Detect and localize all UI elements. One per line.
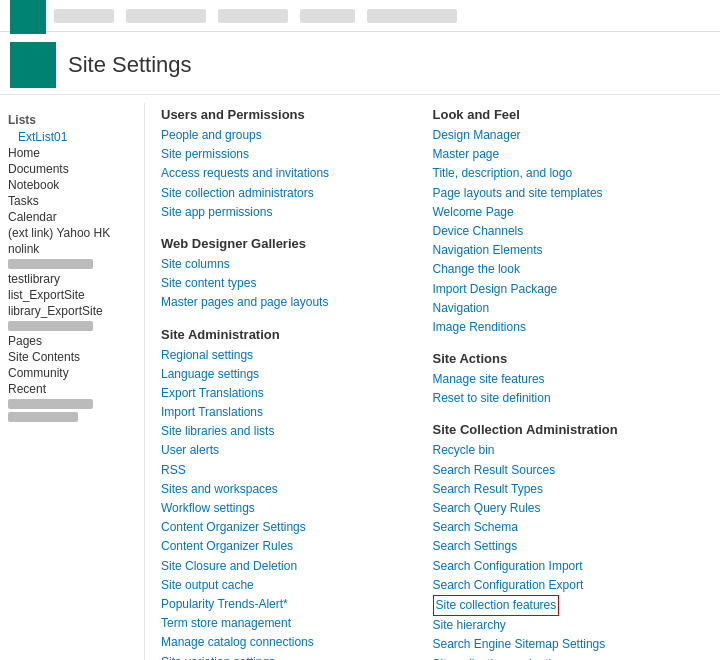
sidebar-item-sitecontents[interactable]: Site Contents [8, 349, 136, 365]
link-device-channels[interactable]: Device Channels [433, 222, 689, 241]
link-navigation-elements[interactable]: Navigation Elements [433, 241, 689, 260]
sidebar-item-home[interactable]: Home [8, 145, 136, 161]
section-title-siteadmin: Site Administration [161, 327, 417, 342]
sidebar-item-libraryexport[interactable]: library_ExportSite [8, 303, 136, 319]
link-site-content-types[interactable]: Site content types [161, 274, 417, 293]
link-people-groups[interactable]: People and groups [161, 126, 417, 145]
link-recycle-bin[interactable]: Recycle bin [433, 441, 689, 460]
sidebar-item-testlibrary[interactable]: testlibrary [8, 271, 136, 287]
link-search-config-import[interactable]: Search Configuration Import [433, 557, 689, 576]
link-workflow-settings[interactable]: Workflow settings [161, 499, 417, 518]
link-change-look[interactable]: Change the look [433, 260, 689, 279]
link-sites-workspaces[interactable]: Sites and workspaces [161, 480, 417, 499]
link-navigation[interactable]: Navigation [433, 299, 689, 318]
top-nav [0, 0, 720, 32]
link-page-layouts[interactable]: Page layouts and site templates [433, 184, 689, 203]
link-language-settings[interactable]: Language settings [161, 365, 417, 384]
link-manage-site-features[interactable]: Manage site features [433, 370, 689, 389]
section-look-feel: Look and Feel Design Manager Master page… [433, 107, 689, 337]
main-layout: Lists ExtList01 Home Documents Notebook … [0, 95, 720, 660]
top-nav-logo [10, 0, 46, 34]
sidebar-item-community[interactable]: Community [8, 365, 136, 381]
link-site-permissions[interactable]: Site permissions [161, 145, 417, 164]
sidebar-item-tasks[interactable]: Tasks [8, 193, 136, 209]
link-site-libraries[interactable]: Site libraries and lists [161, 422, 417, 441]
link-site-app-permissions[interactable]: Site app permissions [161, 203, 417, 222]
link-search-engine-sitemap[interactable]: Search Engine Sitemap Settings [433, 635, 689, 654]
link-import-design[interactable]: Import Design Package [433, 280, 689, 299]
sidebar: Lists ExtList01 Home Documents Notebook … [0, 103, 145, 660]
link-site-collection-navigation[interactable]: Site collection navigation [433, 655, 689, 661]
link-image-renditions[interactable]: Image Renditions [433, 318, 689, 337]
sidebar-section-lists: Lists [8, 113, 136, 127]
link-content-organizer-settings[interactable]: Content Organizer Settings [161, 518, 417, 537]
content-area: Users and Permissions People and groups … [145, 103, 720, 660]
link-popularity-trends[interactable]: Popularity Trends-Alert* [161, 595, 417, 614]
section-site-actions: Site Actions Manage site features Reset … [433, 351, 689, 408]
link-search-result-sources[interactable]: Search Result Sources [433, 461, 689, 480]
link-regional-settings[interactable]: Regional settings [161, 346, 417, 365]
top-nav-item-2[interactable] [126, 9, 206, 23]
sidebar-item-documents[interactable]: Documents [8, 161, 136, 177]
link-search-settings[interactable]: Search Settings [433, 537, 689, 556]
link-site-collection-admins[interactable]: Site collection administrators [161, 184, 417, 203]
link-site-variation[interactable]: Site variation settings [161, 653, 417, 661]
link-access-requests[interactable]: Access requests and invitations [161, 164, 417, 183]
link-search-query-rules[interactable]: Search Query Rules [433, 499, 689, 518]
link-export-translations[interactable]: Export Translations [161, 384, 417, 403]
sidebar-item-blurred4 [8, 412, 136, 422]
page-header: Site Settings [0, 32, 720, 95]
link-search-result-types[interactable]: Search Result Types [433, 480, 689, 499]
sidebar-item-recent[interactable]: Recent [8, 381, 136, 397]
sidebar-item-blurred1 [8, 259, 136, 269]
page-title: Site Settings [68, 52, 192, 78]
section-title-sitecollectionadmin: Site Collection Administration [433, 422, 689, 437]
link-reset-site-definition[interactable]: Reset to site definition [433, 389, 689, 408]
content-right-col: Look and Feel Design Manager Master page… [433, 107, 705, 660]
link-rss[interactable]: RSS [161, 461, 417, 480]
sidebar-item-blurred2 [8, 321, 136, 331]
top-nav-item-5[interactable] [367, 9, 457, 23]
sidebar-item-nolink[interactable]: nolink [8, 241, 136, 257]
link-design-manager[interactable]: Design Manager [433, 126, 689, 145]
section-site-collection-admin: Site Collection Administration Recycle b… [433, 422, 689, 660]
link-content-organizer-rules[interactable]: Content Organizer Rules [161, 537, 417, 556]
sidebar-item-yahoo[interactable]: (ext link) Yahoo HK [8, 225, 136, 241]
sidebar-item-notebook[interactable]: Notebook [8, 177, 136, 193]
link-search-schema[interactable]: Search Schema [433, 518, 689, 537]
sidebar-item-listexport[interactable]: list_ExportSite [8, 287, 136, 303]
top-nav-item-1[interactable] [54, 9, 114, 23]
content-left-col: Users and Permissions People and groups … [161, 107, 433, 660]
highlighted-link-container: Site collection features [433, 595, 689, 616]
link-search-config-export[interactable]: Search Configuration Export [433, 576, 689, 595]
link-master-pages[interactable]: Master pages and page layouts [161, 293, 417, 312]
page-logo [10, 42, 56, 88]
section-users-permissions: Users and Permissions People and groups … [161, 107, 417, 222]
link-site-output-cache[interactable]: Site output cache [161, 576, 417, 595]
section-web-designer: Web Designer Galleries Site columns Site… [161, 236, 417, 313]
link-site-hierarchy[interactable]: Site hierarchy [433, 616, 689, 635]
link-manage-catalog[interactable]: Manage catalog connections [161, 633, 417, 652]
section-title-users: Users and Permissions [161, 107, 417, 122]
section-title-siteactions: Site Actions [433, 351, 689, 366]
link-site-closure[interactable]: Site Closure and Deletion [161, 557, 417, 576]
sidebar-item-blurred3 [8, 399, 136, 409]
top-nav-items [54, 9, 457, 23]
top-nav-item-3[interactable] [218, 9, 288, 23]
link-user-alerts[interactable]: User alerts [161, 441, 417, 460]
top-nav-item-4[interactable] [300, 9, 355, 23]
link-term-store[interactable]: Term store management [161, 614, 417, 633]
section-title-webdesigner: Web Designer Galleries [161, 236, 417, 251]
link-master-page[interactable]: Master page [433, 145, 689, 164]
link-site-collection-features[interactable]: Site collection features [433, 595, 560, 616]
link-import-translations[interactable]: Import Translations [161, 403, 417, 422]
link-welcome-page[interactable]: Welcome Page [433, 203, 689, 222]
section-title-lookfeel: Look and Feel [433, 107, 689, 122]
section-site-admin: Site Administration Regional settings La… [161, 327, 417, 661]
sidebar-item-extlist01[interactable]: ExtList01 [8, 129, 136, 145]
link-site-columns[interactable]: Site columns [161, 255, 417, 274]
sidebar-item-calendar[interactable]: Calendar [8, 209, 136, 225]
sidebar-item-pages[interactable]: Pages [8, 333, 136, 349]
link-title-description[interactable]: Title, description, and logo [433, 164, 689, 183]
